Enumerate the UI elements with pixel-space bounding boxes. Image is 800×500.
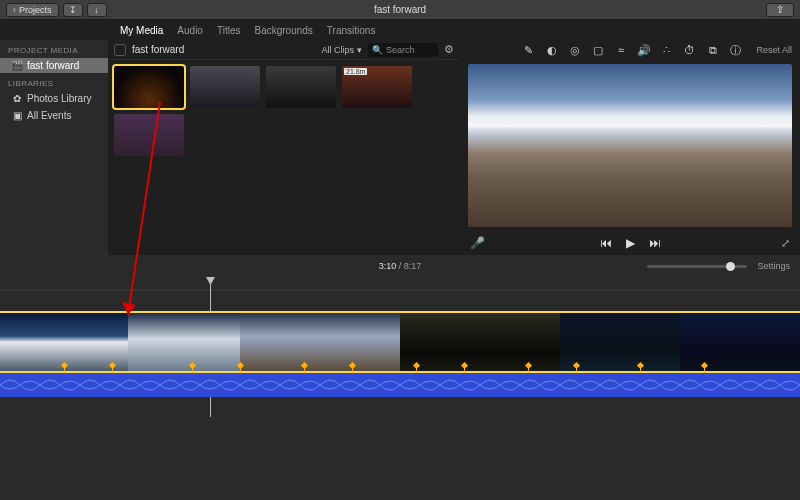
sidebar-item-project[interactable]: 🎬 fast forward [0, 58, 108, 73]
total-time: 8:17 [404, 261, 422, 271]
clips-filter-label: All Clips [321, 45, 354, 55]
timeline-clip[interactable] [400, 311, 560, 373]
clips-filter-dropdown[interactable]: All Clips ▾ [321, 45, 362, 55]
download-button[interactable]: ↓ [87, 3, 107, 17]
browser-crumb: fast forward [132, 44, 184, 55]
audio-waveform [0, 373, 800, 397]
voiceover-button[interactable]: 🎤 [470, 236, 485, 250]
tab-my-media[interactable]: My Media [120, 23, 163, 38]
clip-duration-badge: 21.8m [344, 68, 367, 75]
download-icon: ↓ [94, 5, 99, 15]
browser-settings-button[interactable]: ⚙ [444, 43, 454, 56]
fullscreen-button[interactable]: ⤢ [781, 237, 790, 250]
clip-filter-icon[interactable]: ⧉ [706, 44, 719, 57]
chevron-left-icon: ‹ [13, 5, 16, 15]
list-toggle-button[interactable] [114, 44, 126, 56]
import-button[interactable]: ↧ [63, 3, 83, 17]
projects-label: Projects [19, 5, 52, 15]
gear-icon: ⚙ [444, 43, 454, 55]
color-balance-icon[interactable]: ◐ [545, 44, 558, 57]
media-clip[interactable]: 21.8m [342, 66, 412, 108]
tab-backgrounds[interactable]: Backgrounds [254, 23, 312, 38]
chevron-down-icon: ▾ [357, 45, 362, 55]
video-track[interactable] [0, 311, 800, 373]
timeline-clip[interactable] [240, 311, 400, 373]
info-icon[interactable]: ⓘ [729, 44, 742, 57]
volume-icon[interactable]: 🔊 [637, 44, 650, 57]
sidebar-all-events-label: All Events [27, 110, 71, 121]
audio-track[interactable] [0, 373, 800, 397]
tab-titles[interactable]: Titles [217, 23, 241, 38]
media-clip[interactable] [114, 66, 184, 108]
sidebar-photos-label: Photos Library [27, 93, 91, 104]
section-libraries: LIBRARIES [8, 79, 108, 88]
timecode-display: 3:10 / 8:17 [379, 261, 422, 271]
timeline-ruler[interactable] [0, 277, 800, 291]
search-input[interactable]: 🔍 Search [368, 43, 438, 57]
tab-audio[interactable]: Audio [177, 23, 203, 38]
media-browser: fast forward All Clips ▾ 🔍 Search ⚙ 21.8… [108, 40, 460, 255]
noise-reduce-icon[interactable]: ∴ [660, 44, 673, 57]
speed-icon[interactable]: ⏱ [683, 44, 696, 57]
tab-transitions[interactable]: Transitions [327, 23, 376, 38]
next-button[interactable]: ⏭ [649, 236, 661, 250]
sidebar-item-all-events[interactable]: ▣ All Events [8, 108, 108, 123]
sidebar-project-name: fast forward [27, 60, 79, 71]
import-icon: ↧ [69, 5, 77, 15]
media-clip[interactable] [266, 66, 336, 108]
reset-all-button[interactable]: Reset All [756, 45, 792, 55]
color-correction-icon[interactable]: ◎ [568, 44, 581, 57]
stabilize-icon[interactable]: ≈ [614, 44, 627, 57]
project-title: fast forward [374, 4, 426, 15]
timeline-clip[interactable] [680, 311, 800, 373]
crop-icon[interactable]: ▢ [591, 44, 604, 57]
mic-icon: 🎤 [470, 236, 485, 250]
media-clip[interactable] [114, 114, 184, 156]
projects-back-button[interactable]: ‹ Projects [6, 3, 59, 17]
timeline-settings-button[interactable]: Settings [757, 261, 790, 271]
timeline-clip[interactable] [128, 311, 240, 373]
timeline[interactable] [0, 277, 800, 417]
timeline-zoom-slider[interactable] [647, 265, 747, 268]
section-project-media: PROJECT MEDIA [8, 46, 108, 55]
share-button[interactable]: ⇪ [766, 3, 794, 17]
zoom-knob[interactable] [726, 262, 735, 271]
star-icon: ▣ [12, 111, 22, 121]
play-button[interactable]: ▶ [626, 236, 635, 250]
media-sidebar: PROJECT MEDIA 🎬 fast forward LIBRARIES ✿… [0, 40, 108, 255]
prev-button[interactable]: ⏮ [600, 236, 612, 250]
wand-icon[interactable]: ✎ [522, 44, 535, 57]
search-icon: 🔍 [372, 45, 383, 55]
sidebar-item-photos[interactable]: ✿ Photos Library [8, 91, 108, 106]
preview-viewer: ✎ ◐ ◎ ▢ ≈ 🔊 ∴ ⏱ ⧉ ⓘ Reset All 🎤 ⏮ ▶ ⏭ ⤢ [460, 40, 800, 255]
preview-canvas[interactable] [468, 64, 792, 227]
share-icon: ⇪ [776, 4, 784, 15]
search-placeholder: Search [386, 45, 415, 55]
photos-icon: ✿ [12, 94, 22, 104]
media-clip[interactable] [190, 66, 260, 108]
clapper-icon: 🎬 [12, 61, 22, 71]
current-time: 3:10 [379, 261, 397, 271]
